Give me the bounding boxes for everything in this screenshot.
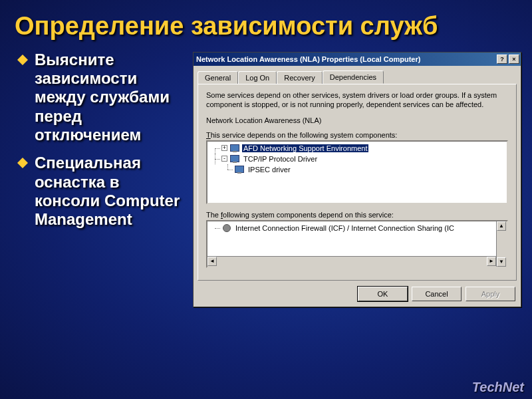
bullet-list: Выясните зависимости между службами пере… — [0, 45, 186, 239]
bullet-text: Выясните зависимости между службами пере… — [35, 51, 186, 145]
monitor-icon — [229, 154, 240, 164]
expand-icon[interactable]: + — [221, 145, 227, 151]
close-button[interactable]: × — [509, 55, 519, 64]
dialog-button-row: OK Cancel Apply — [194, 284, 521, 307]
tab-recovery[interactable]: Recovery — [277, 71, 322, 84]
tree-node[interactable]: - TCP/IP Protocol Driver — [209, 154, 505, 164]
tree-label[interactable]: IPSEC driver — [247, 166, 292, 174]
dependencies-panel: Some services depend on other services, … — [198, 84, 517, 281]
scroll-right-button[interactable]: ► — [487, 257, 496, 266]
help-button[interactable]: ? — [497, 55, 507, 64]
slide-title: Определение зависимости служб — [0, 0, 532, 45]
tree-label[interactable]: Internet Connection Firewall (ICF) / Int… — [234, 224, 456, 232]
tab-logon[interactable]: Log On — [238, 71, 277, 84]
horizontal-scrollbar[interactable]: ◄ ► — [207, 256, 496, 267]
dialog-titlebar[interactable]: Network Location Awareness (NLA) Propert… — [194, 53, 521, 66]
depended-by-tree[interactable]: Internet Connection Firewall (ICF) / Int… — [206, 220, 508, 268]
dialog-title: Network Location Awareness (NLA) Propert… — [196, 55, 495, 63]
depends-on-label: This service depends on the following sy… — [206, 131, 508, 139]
tab-dependencies[interactable]: Dependencies — [323, 70, 384, 84]
tree-node[interactable]: Internet Connection Firewall (ICF) / Int… — [209, 223, 505, 233]
technet-logo: TechNet — [472, 380, 524, 395]
monitor-icon — [229, 143, 240, 154]
properties-dialog: Network Location Awareness (NLA) Propert… — [193, 52, 521, 307]
cancel-button[interactable]: Cancel — [412, 287, 462, 301]
depended-by-label: The following system components depend o… — [206, 211, 508, 219]
depends-on-tree[interactable]: + AFD Networking Support Environment - T… — [206, 140, 508, 204]
tree-node[interactable]: + AFD Networking Support Environment — [209, 143, 505, 154]
tab-general[interactable]: General — [198, 71, 238, 84]
collapse-icon[interactable]: - — [221, 156, 227, 162]
panel-description: Some services depend on other services, … — [206, 91, 508, 110]
ok-button[interactable]: OK — [358, 287, 408, 301]
diamond-icon — [17, 49, 28, 60]
service-name: Network Location Awareness (NLA) — [206, 116, 508, 124]
tree-node[interactable]: IPSEC driver — [209, 164, 505, 175]
diamond-icon — [17, 152, 28, 163]
apply-button[interactable]: Apply — [466, 287, 515, 301]
tree-label[interactable]: AFD Networking Support Environment — [242, 144, 368, 152]
scroll-up-button[interactable]: ▲ — [497, 221, 506, 231]
gear-icon — [221, 223, 232, 233]
bullet-item: Специальная оснастка в консоли Computer … — [17, 154, 186, 229]
bullet-item: Выясните зависимости между службами пере… — [17, 51, 186, 145]
bullet-text: Специальная оснастка в консоли Computer … — [35, 154, 186, 229]
tab-strip: General Log On Recovery Dependencies — [194, 66, 521, 83]
vertical-scrollbar[interactable]: ▲ ▼ — [496, 221, 507, 267]
tree-label[interactable]: TCP/IP Protocol Driver — [242, 155, 319, 163]
scroll-left-button[interactable]: ◄ — [207, 257, 217, 266]
scroll-down-button[interactable]: ▼ — [497, 257, 506, 267]
monitor-icon — [234, 164, 245, 175]
